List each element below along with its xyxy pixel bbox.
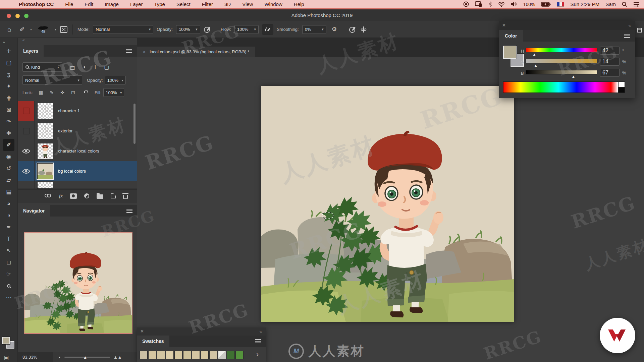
- gradient-tool[interactable]: ▤: [3, 186, 14, 198]
- pen-tool[interactable]: ✒: [3, 221, 14, 233]
- brightness-slider[interactable]: ▲: [526, 70, 597, 74]
- bluetooth-icon[interactable]: [488, 1, 492, 7]
- hue-slider-thumb[interactable]: ▲: [532, 52, 536, 56]
- delete-layer-trash-icon[interactable]: [123, 195, 128, 199]
- saturation-value-field[interactable]: 14: [600, 58, 620, 66]
- close-panel-icon[interactable]: ✕: [499, 23, 506, 28]
- layer-thumbnail[interactable]: [37, 103, 53, 119]
- brush-settings-panel-icon[interactable]: [60, 25, 68, 34]
- swatch-8[interactable]: [201, 351, 209, 359]
- menu-select[interactable]: Select: [176, 1, 191, 7]
- tab-navigator[interactable]: Navigator: [18, 205, 50, 217]
- add-layer-mask-icon[interactable]: [70, 193, 77, 199]
- new-group-folder-icon[interactable]: [97, 194, 103, 199]
- lock-pixels-icon[interactable]: ✎: [46, 90, 57, 95]
- swatch-1[interactable]: [140, 351, 148, 359]
- hand-tool[interactable]: ☞: [3, 268, 14, 280]
- healing-brush-tool[interactable]: ✚: [3, 127, 14, 139]
- menu-clock[interactable]: Sun 2:29 PM: [570, 1, 599, 7]
- layer-thumbnail[interactable]: [37, 143, 53, 159]
- layer-row-character-local-colors[interactable]: character local colors: [18, 141, 137, 161]
- white-swatch[interactable]: [618, 81, 625, 87]
- crop-tool[interactable]: ⋕: [3, 92, 14, 104]
- foreground-color-swatch[interactable]: [503, 46, 517, 59]
- swatch-7[interactable]: [192, 351, 200, 359]
- swatch-6[interactable]: [183, 351, 191, 359]
- new-layer-icon[interactable]: [111, 193, 116, 198]
- document-tab[interactable]: × local colors.psd @ 83.3% (bg local col…: [137, 47, 255, 57]
- filter-pixel-layers-icon[interactable]: ▤: [67, 64, 78, 70]
- menu-3d[interactable]: 3D: [224, 1, 231, 7]
- filter-adjustment-layers-icon[interactable]: ◑: [78, 64, 90, 70]
- zoom-in-mountain-icon[interactable]: ▲▲: [113, 355, 122, 360]
- menu-view[interactable]: View: [242, 1, 253, 7]
- menu-image[interactable]: Image: [105, 1, 119, 7]
- screen-record-icon[interactable]: [463, 1, 469, 7]
- layer-thumbnail[interactable]: [37, 182, 53, 189]
- app-menu-title[interactable]: Photoshop CC: [19, 1, 54, 7]
- menu-filter[interactable]: Filter: [202, 1, 213, 7]
- brush-tool[interactable]: ✐: [3, 139, 14, 151]
- zoom-slider-thumb[interactable]: ▲: [83, 355, 87, 360]
- menu-layer[interactable]: Layer: [130, 1, 143, 7]
- swatch-5[interactable]: [174, 351, 182, 359]
- history-brush-tool[interactable]: ↺: [3, 163, 14, 174]
- flow-select[interactable]: 100%▾: [234, 25, 259, 34]
- tab-swatches[interactable]: Swatches: [137, 336, 169, 347]
- close-window-button[interactable]: [7, 14, 11, 18]
- layer-row-exterior[interactable]: exterior: [18, 121, 137, 141]
- layer-fill-field[interactable]: 100%▾: [103, 88, 124, 97]
- gear-icon[interactable]: ⚙: [330, 26, 339, 33]
- black-swatch[interactable]: [618, 87, 625, 93]
- layer-thumbnail[interactable]: [37, 123, 53, 139]
- minimize-window-button[interactable]: [15, 14, 20, 18]
- swatch-3[interactable]: [157, 351, 165, 359]
- airbrush-toggle[interactable]: [262, 24, 273, 35]
- new-adjustment-layer-icon[interactable]: [84, 193, 89, 198]
- zoom-tool[interactable]: [3, 280, 14, 292]
- path-selection-tool[interactable]: ↖: [3, 245, 14, 256]
- tab-layers[interactable]: Layers: [18, 45, 44, 57]
- shape-tool[interactable]: ◻: [3, 256, 14, 268]
- blur-tool[interactable]: ◕: [3, 198, 14, 209]
- zoom-out-mountain-icon[interactable]: ▲: [58, 356, 61, 359]
- zoom-window-button[interactable]: [24, 14, 29, 18]
- eraser-tool[interactable]: ▱: [3, 174, 14, 186]
- layer-row-partial[interactable]: [18, 181, 137, 189]
- volume-icon[interactable]: [511, 2, 517, 7]
- saturation-slider-thumb[interactable]: ▲: [534, 63, 538, 67]
- lasso-tool[interactable]: ʓ: [3, 69, 14, 80]
- menu-help[interactable]: Help: [294, 1, 304, 7]
- color-menu-icon[interactable]: [624, 34, 630, 38]
- navigator-proxy-preview[interactable]: [24, 232, 132, 334]
- swatch-12[interactable]: [235, 351, 244, 359]
- clone-stamp-tool[interactable]: ◉: [3, 151, 14, 163]
- layer-styles-fx-icon[interactable]: fx: [59, 193, 63, 199]
- collapse-panel-icon[interactable]: «: [18, 38, 25, 43]
- foreground-background-colors[interactable]: [2, 337, 15, 352]
- layer-opacity-field[interactable]: 100%▾: [105, 76, 126, 84]
- swatch-11[interactable]: [227, 351, 235, 359]
- menu-edit[interactable]: Edit: [85, 1, 93, 7]
- menu-window[interactable]: Window: [264, 1, 282, 7]
- layer-visibility-toggle[interactable]: [18, 141, 35, 161]
- swatch-2[interactable]: [148, 351, 156, 359]
- link-layers-icon[interactable]: [45, 194, 52, 198]
- brush-tool-icon[interactable]: ✐: [17, 26, 27, 33]
- hue-value-field[interactable]: 42: [600, 47, 620, 55]
- layer-visibility-toggle[interactable]: [18, 181, 35, 189]
- lock-position-icon[interactable]: ✛: [57, 90, 68, 95]
- brightness-value-field[interactable]: 67: [600, 69, 620, 77]
- wifi-icon[interactable]: [498, 2, 505, 7]
- marquee-tool[interactable]: ▢: [3, 57, 14, 69]
- layer-blend-mode-select[interactable]: Normal▾: [22, 75, 82, 85]
- filter-type-layers-icon[interactable]: T: [90, 64, 101, 70]
- dodge-tool[interactable]: ◑: [3, 209, 14, 221]
- home-icon[interactable]: ⌂: [5, 25, 14, 33]
- lock-artboard-icon[interactable]: ⊡: [68, 90, 78, 95]
- layers-scrollbar[interactable]: [133, 104, 136, 144]
- filter-shape-layers-icon[interactable]: ▢: [101, 64, 112, 70]
- spotlight-search-icon[interactable]: [622, 2, 627, 7]
- swatch-9[interactable]: [209, 351, 217, 359]
- paint-symmetry-butterfly-icon[interactable]: [360, 26, 368, 33]
